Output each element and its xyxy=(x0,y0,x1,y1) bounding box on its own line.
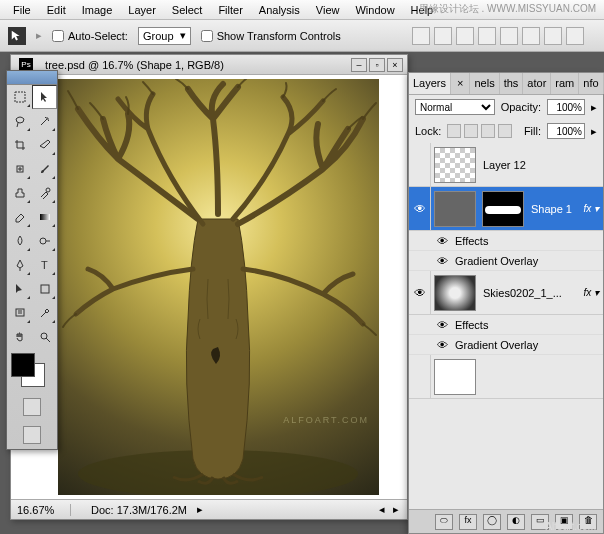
visibility-toggle[interactable]: 👁 xyxy=(437,235,455,247)
layer-name[interactable]: Skies0202_1_... xyxy=(479,287,583,299)
stamp-tool[interactable] xyxy=(7,181,32,205)
heal-tool[interactable] xyxy=(7,157,32,181)
document-size-info[interactable]: Doc: 17.3M/176.2M xyxy=(71,504,187,516)
layer-effect-row[interactable]: 👁 Effects xyxy=(409,315,603,335)
marquee-tool[interactable] xyxy=(7,85,32,109)
menu-select[interactable]: Select xyxy=(165,2,210,18)
tab-info[interactable]: nfo xyxy=(579,73,603,94)
lock-position-icon[interactable] xyxy=(481,124,495,138)
opacity-input[interactable] xyxy=(547,99,585,115)
layer-thumbnail[interactable] xyxy=(434,191,476,227)
adjustment-layer-icon[interactable]: ◐ xyxy=(507,514,525,530)
layer-mask-icon[interactable]: ◯ xyxy=(483,514,501,530)
hand-tool[interactable] xyxy=(7,325,32,349)
link-layers-icon[interactable]: ⬭ xyxy=(435,514,453,530)
align-icon[interactable] xyxy=(522,27,540,45)
layer-fx-icon[interactable]: fx xyxy=(459,514,477,530)
move-tool-icon[interactable] xyxy=(8,27,26,45)
layer-row[interactable]: 👁 Skies0202_1_... fx ▾ xyxy=(409,271,603,315)
gradient-tool[interactable] xyxy=(32,205,57,229)
menu-file[interactable]: File xyxy=(6,2,38,18)
blur-tool[interactable] xyxy=(7,229,32,253)
slice-tool[interactable] xyxy=(32,133,57,157)
layer-effect-row[interactable]: 👁 Effects xyxy=(409,231,603,251)
scroll-right-icon[interactable]: ▸ xyxy=(393,503,407,516)
layer-row[interactable]: 👁 Shape 1 fx ▾ xyxy=(409,187,603,231)
visibility-toggle[interactable]: 👁 xyxy=(437,319,455,331)
type-tool[interactable]: T xyxy=(32,253,57,277)
statusbar-arrow-icon[interactable]: ▸ xyxy=(197,503,203,516)
align-icon[interactable] xyxy=(478,27,496,45)
document-canvas[interactable]: ALFOART.COM xyxy=(58,79,379,495)
toolbox-header[interactable] xyxy=(7,71,57,85)
fill-input[interactable] xyxy=(547,123,585,139)
layer-name[interactable]: Shape 1 xyxy=(527,203,583,215)
layer-effect-row[interactable]: 👁 Gradient Overlay xyxy=(409,251,603,271)
visibility-toggle[interactable]: 👁 xyxy=(409,187,431,230)
menu-layer[interactable]: Layer xyxy=(121,2,163,18)
menu-view[interactable]: View xyxy=(309,2,347,18)
shape-tool[interactable] xyxy=(32,277,57,301)
screenmode-toggle[interactable] xyxy=(23,426,41,444)
auto-select-target-dropdown[interactable]: Group ▾ xyxy=(138,27,191,45)
fx-badge[interactable]: fx ▾ xyxy=(583,203,603,214)
brush-tool[interactable] xyxy=(32,157,57,181)
opacity-arrow-icon[interactable]: ▸ xyxy=(591,101,597,114)
fill-arrow-icon[interactable]: ▸ xyxy=(591,125,597,138)
layer-thumbnail[interactable] xyxy=(434,147,476,183)
lock-transparency-icon[interactable] xyxy=(447,124,461,138)
foreground-color[interactable] xyxy=(11,353,35,377)
layer-row[interactable]: Layer 12 xyxy=(409,143,603,187)
align-icon[interactable] xyxy=(412,27,430,45)
align-icon[interactable] xyxy=(500,27,518,45)
zoom-level[interactable]: 16.67% xyxy=(11,504,71,516)
tab-channels[interactable]: nels xyxy=(470,73,499,94)
visibility-toggle[interactable]: 👁 xyxy=(437,255,455,267)
visibility-toggle[interactable] xyxy=(409,355,431,398)
tab-close-icon[interactable]: × xyxy=(451,73,470,94)
document-titlebar[interactable]: Ps _tree.psd @ 16.7% (Shape 1, RGB/8) – … xyxy=(11,55,407,75)
close-button[interactable]: × xyxy=(387,58,403,72)
align-icon[interactable] xyxy=(434,27,452,45)
show-transform-checkbox[interactable]: Show Transform Controls xyxy=(201,30,341,42)
layer-thumbnail[interactable] xyxy=(434,359,476,395)
align-icon[interactable] xyxy=(566,27,584,45)
tab-histogram[interactable]: ram xyxy=(551,73,579,94)
lock-all-icon[interactable] xyxy=(498,124,512,138)
fx-badge[interactable]: fx ▾ xyxy=(583,287,603,298)
visibility-toggle[interactable]: 👁 xyxy=(437,339,455,351)
maximize-button[interactable]: ▫ xyxy=(369,58,385,72)
scroll-left-icon[interactable]: ◂ xyxy=(379,503,393,516)
lock-pixels-icon[interactable] xyxy=(464,124,478,138)
wand-tool[interactable] xyxy=(32,109,57,133)
minimize-button[interactable]: – xyxy=(351,58,367,72)
tab-paths[interactable]: ths xyxy=(500,73,524,94)
tab-navigator[interactable]: ator xyxy=(523,73,551,94)
tab-layers[interactable]: Layers xyxy=(409,73,451,94)
crop-tool[interactable] xyxy=(7,133,32,157)
auto-select-checkbox[interactable]: Auto-Select: xyxy=(52,30,128,42)
eyedropper-tool[interactable] xyxy=(32,301,57,325)
visibility-toggle[interactable]: 👁 xyxy=(409,271,431,314)
history-brush-tool[interactable] xyxy=(32,181,57,205)
menu-analysis[interactable]: Analysis xyxy=(252,2,307,18)
align-icon[interactable] xyxy=(544,27,562,45)
layer-mask-thumbnail[interactable] xyxy=(482,191,524,227)
dodge-tool[interactable] xyxy=(32,229,57,253)
eraser-tool[interactable] xyxy=(7,205,32,229)
pen-tool[interactable] xyxy=(7,253,32,277)
layer-effect-row[interactable]: 👁 Gradient Overlay xyxy=(409,335,603,355)
move-tool[interactable] xyxy=(32,85,57,109)
menu-window[interactable]: Window xyxy=(348,2,401,18)
lasso-tool[interactable] xyxy=(7,109,32,133)
quickmask-toggle[interactable] xyxy=(23,398,41,416)
zoom-tool[interactable] xyxy=(32,325,57,349)
menu-image[interactable]: Image xyxy=(75,2,120,18)
menu-filter[interactable]: Filter xyxy=(211,2,249,18)
menu-edit[interactable]: Edit xyxy=(40,2,73,18)
layer-thumbnail[interactable] xyxy=(434,275,476,311)
align-icon[interactable] xyxy=(456,27,474,45)
layer-row[interactable] xyxy=(409,355,603,399)
visibility-toggle[interactable] xyxy=(409,143,431,186)
notes-tool[interactable] xyxy=(7,301,32,325)
